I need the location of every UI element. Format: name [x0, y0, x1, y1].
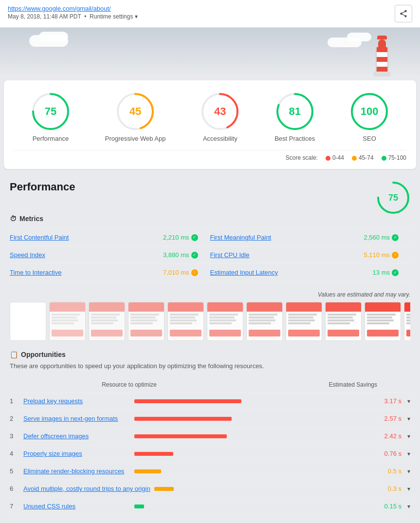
- opp-bar-container: [134, 434, 373, 438]
- gauge-pwa: 45: [116, 92, 155, 131]
- scale-orange: 45-74: [352, 154, 374, 161]
- score-item-performance[interactable]: 75 Performance: [31, 92, 70, 142]
- page-url[interactable]: https://www.google.com/gmail/about/: [8, 5, 138, 12]
- metric-name[interactable]: First Contentful Paint: [10, 234, 69, 241]
- opportunity-row: 3 Defer offscreen images 2.42 s ▾: [10, 428, 410, 445]
- expand-chevron[interactable]: ▾: [407, 398, 410, 405]
- filmstrip-frame: [404, 302, 410, 341]
- metric-status: !: [392, 252, 399, 259]
- opp-savings: 0.76 s: [377, 450, 402, 457]
- filmstrip-frame: [49, 302, 86, 341]
- metrics-icon: ⏱: [10, 215, 17, 223]
- metric-value: 3,880 ms ✓: [163, 251, 198, 259]
- opp-name[interactable]: Preload key requests: [23, 397, 130, 405]
- top-bar: https://www.google.com/gmail/about/ May …: [0, 0, 420, 28]
- lighthouse-graphic: [373, 39, 391, 76]
- filmstrip-frame: [207, 302, 243, 341]
- metrics-section: ⏱ Metrics First Contentful Paint 2,210 m…: [10, 215, 410, 281]
- opp-name[interactable]: Defer offscreen images: [23, 432, 130, 440]
- opp-bar-container: [134, 452, 373, 456]
- score-item-pwa[interactable]: 45 Progressive Web App: [105, 92, 166, 142]
- filmstrip-frame: [325, 302, 362, 341]
- scores-row: 75 Performance 45 Progressive Web App 43…: [14, 92, 406, 142]
- scale-row: Score scale: 0-44 45-74 75-100: [14, 150, 406, 161]
- score-label-performance: Performance: [33, 135, 69, 142]
- score-item-best-practices[interactable]: 81 Best Practices: [274, 92, 315, 142]
- metric-status: ✓: [392, 269, 399, 276]
- metrics-grid: First Contentful Paint 2,210 ms ✓ First …: [10, 228, 410, 281]
- expand-chevron[interactable]: ▾: [407, 415, 410, 422]
- page-meta: May 8, 2018, 11:48 AM PDT • Runtime sett…: [8, 13, 138, 20]
- opportunities-label: 📋 Opportunities: [10, 351, 410, 358]
- opportunity-row: 1 Preload key requests 3.17 s ▾: [10, 392, 410, 410]
- filmstrip-frame: [286, 302, 322, 341]
- metrics-label: ⏱ Metrics: [10, 215, 410, 223]
- score-item-seo[interactable]: 100 SEO: [350, 92, 389, 142]
- opp-bar-container: [134, 417, 373, 421]
- filmstrip: [10, 302, 410, 341]
- score-label-accessibility: Accessibility: [203, 135, 237, 142]
- opportunity-row: 5 Eliminate render-blocking resources 0.…: [10, 463, 410, 480]
- opp-name[interactable]: Eliminate render-blocking resources: [23, 467, 130, 475]
- gauge-accessibility: 43: [201, 92, 239, 131]
- opportunity-row: 4 Properly size images 0.76 s ▾: [10, 445, 410, 463]
- opp-savings: 0.15 s: [377, 503, 402, 510]
- score-label-seo: SEO: [363, 135, 376, 142]
- metric-status: ✓: [191, 234, 198, 241]
- share-button[interactable]: [395, 5, 412, 22]
- metric-row: First CPU Idle 5,110 ms !: [210, 246, 411, 264]
- opp-bar: [134, 504, 144, 508]
- expand-chevron[interactable]: ▾: [407, 433, 410, 440]
- performance-score-gauge: 75: [376, 181, 410, 215]
- expand-chevron[interactable]: ▾: [407, 450, 410, 457]
- opp-bar: [134, 452, 173, 456]
- opp-num: 4: [10, 450, 19, 457]
- metric-name[interactable]: First Meaningful Paint: [210, 234, 272, 241]
- metric-value: 5,110 ms !: [364, 251, 399, 259]
- scores-card: 75 Performance 45 Progressive Web App 43…: [4, 80, 416, 169]
- opp-savings: 2.57 s: [377, 415, 402, 422]
- filmstrip-frame: [167, 302, 204, 341]
- opp-num: 1: [10, 397, 19, 405]
- opp-name[interactable]: Avoid multiple, costly round trips to an…: [23, 485, 150, 492]
- opp-num: 6: [10, 485, 19, 492]
- opp-savings: 0.5 s: [377, 467, 402, 475]
- opp-num: 5: [10, 467, 19, 475]
- score-label-pwa: Progressive Web App: [105, 135, 166, 142]
- metric-name[interactable]: First CPU Idle: [210, 251, 250, 259]
- opp-bar: [134, 469, 161, 473]
- col-resource: Resource to optimize: [10, 381, 249, 388]
- score-label-best-practices: Best Practices: [274, 135, 315, 142]
- opportunity-row: 2 Serve images in next-gen formats 2.57 …: [10, 410, 410, 428]
- expand-chevron[interactable]: ▾: [407, 503, 410, 510]
- opp-savings: 2.42 s: [377, 432, 402, 440]
- opp-bar-container: [134, 469, 373, 473]
- performance-title: Performance: [10, 181, 75, 193]
- opp-bar: [154, 487, 174, 491]
- performance-header: Performance 75: [10, 181, 410, 215]
- metric-value: 2,210 ms ✓: [163, 234, 198, 241]
- metric-name[interactable]: Estimated Input Latency: [210, 269, 278, 276]
- gauge-performance: 75: [31, 92, 70, 131]
- score-item-accessibility[interactable]: 43 Accessibility: [201, 92, 239, 142]
- opportunity-row: 6 Avoid multiple, costly round trips to …: [10, 480, 410, 498]
- metric-value: 7,010 ms !: [163, 269, 198, 276]
- opp-bar: [134, 434, 227, 438]
- opp-name[interactable]: Serve images in next-gen formats: [23, 415, 130, 422]
- col-savings: Estimated Savings: [249, 381, 395, 388]
- metric-row: Speed Index 3,880 ms ✓: [10, 246, 210, 264]
- opp-name[interactable]: Properly size images: [23, 450, 130, 457]
- opp-savings: 3.17 s: [377, 397, 402, 405]
- opp-name[interactable]: Unused CSS rules: [23, 503, 130, 510]
- runtime-settings-link[interactable]: Runtime settings ▾: [90, 13, 138, 20]
- expand-chevron[interactable]: ▾: [407, 486, 410, 492]
- metric-value: 2,560 ms ✓: [364, 234, 399, 241]
- opp-bar-container: [134, 399, 373, 403]
- metric-name[interactable]: Time to Interactive: [10, 269, 61, 276]
- metric-row: Estimated Input Latency 13 ms ✓: [210, 264, 411, 281]
- metric-value: 13 ms ✓: [373, 269, 399, 276]
- filmstrip-frame: [365, 302, 401, 341]
- expand-chevron[interactable]: ▾: [407, 468, 410, 475]
- filmstrip-frame: [10, 302, 46, 341]
- metric-name[interactable]: Speed Index: [10, 251, 45, 259]
